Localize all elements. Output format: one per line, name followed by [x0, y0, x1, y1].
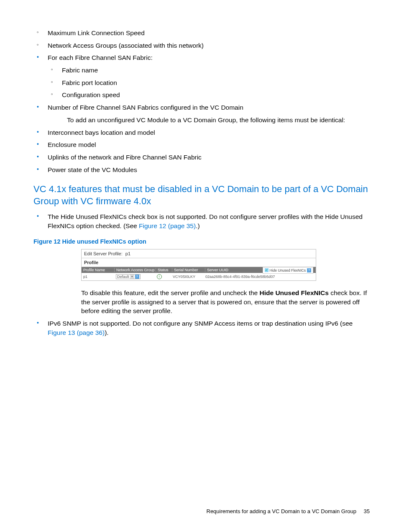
chevron-down-icon[interactable]: ▾	[130, 275, 134, 279]
list-item: Power state of the VC Modules	[33, 165, 370, 175]
figure-13-link[interactable]: Figure 13 (page 36)	[48, 329, 105, 336]
status-ok-icon: i	[157, 274, 162, 279]
list-item: Network Access Groups (associated with t…	[33, 41, 370, 50]
fc-bullet-list: For each Fibre Channel SAN Fabric: Fabri…	[33, 53, 370, 112]
list-item: For each Fibre Channel SAN Fabric: Fabri…	[33, 53, 370, 100]
document-page: Maximum Link Connection Speed Network Ac…	[0, 0, 399, 357]
hide-flexnics-label: Hide Unused FlexNICs	[270, 268, 306, 272]
edit-profile-value: p1	[125, 251, 130, 256]
identical-items-list: Interconnect bays location and model Enc…	[33, 128, 370, 175]
header-serial: Serial Number	[172, 268, 205, 272]
disable-feature-para: To disable this feature, edit the server…	[81, 288, 370, 316]
list-item: IPv6 SNMP is not supported. Do not confi…	[33, 319, 370, 337]
feature2-text-a: IPv6 SNMP is not supported. Do not confi…	[48, 320, 353, 327]
footer-text: Requirements for adding a VC Domain to a…	[207, 508, 356, 514]
cell-profile-name: p1	[82, 275, 114, 279]
nag-value: Default	[117, 275, 129, 279]
header-profile-name: Profile Name	[82, 268, 115, 272]
edit-profile-row: Edit Server Profile: p1	[82, 249, 316, 258]
section-heading: VC 4.1x features that must be disabled i…	[33, 183, 370, 207]
list-item: Configuration speed	[48, 90, 370, 100]
help-icon[interactable]: ?	[135, 275, 139, 279]
page-footer: Requirements for adding a VC Domain to a…	[207, 508, 370, 514]
disable-text-a: To disable this feature, edit the server…	[81, 289, 260, 296]
network-sublist: Maximum Link Connection Speed Network Ac…	[33, 28, 370, 50]
add-unconfigured-para: To add an unconfigured VC Module to a VC…	[67, 116, 370, 125]
list-item: Fabric name	[48, 66, 370, 75]
profile-section-label: Profile	[82, 258, 316, 267]
nag-select[interactable]: Default ▾ ?	[116, 274, 141, 279]
list-item: Maximum Link Connection Speed	[33, 28, 370, 38]
list-item: Interconnect bays location and model	[33, 128, 370, 137]
checkbox-icon[interactable]: ✓	[265, 268, 269, 272]
cell-status: i	[155, 274, 171, 279]
list-item: Uplinks of the network and Fibre Channel…	[33, 153, 370, 162]
features-list: The Hide Unused FlexNICs check box is no…	[33, 212, 370, 230]
help-icon[interactable]: ?	[307, 268, 311, 272]
cell-nag: Default ▾ ?	[114, 274, 155, 279]
fc-item-label: For each Fibre Channel SAN Fabric:	[48, 54, 153, 61]
features-list-2: IPv6 SNMP is not supported. Do not confi…	[33, 319, 370, 337]
list-item: Number of Fibre Channel SAN Fabrics conf…	[33, 103, 370, 112]
fc-sublist: Fabric name Fabric port location Configu…	[48, 66, 370, 100]
cell-serial: VCY0SI0LKY	[171, 275, 204, 279]
page-number: 35	[364, 508, 370, 514]
disable-text-bold: Hide Unused FlexNICs	[260, 289, 329, 296]
feature1-text-b: .)	[196, 222, 200, 229]
list-item: Enclosure model	[33, 140, 370, 149]
hide-flexnics-checkbox-group[interactable]: ✓ Hide Unused FlexNICs ?	[263, 267, 313, 274]
header-status: Status	[156, 268, 172, 272]
table-row: p1 Default ▾ ? i VCY0SI0LKY 02aa268b-85c…	[82, 273, 316, 280]
edit-profile-label: Edit Server Profile:	[84, 251, 123, 256]
feature2-text-b: ).	[105, 329, 108, 336]
figure-12-link[interactable]: Figure 12 (page 35)	[139, 222, 196, 229]
list-item: Fabric port location	[48, 78, 370, 87]
profile-table-wrap: Profile Name Network Access Group Status…	[82, 267, 316, 280]
figure-12: Edit Server Profile: p1 Profile Profile …	[81, 249, 316, 281]
list-item: The Hide Unused FlexNICs check box is no…	[33, 212, 370, 230]
figure-12-caption: Figure 12 Hide unused FlexNICs option	[33, 238, 370, 245]
header-nag: Network Access Group	[115, 268, 156, 272]
feature1-text-a: The Hide Unused FlexNICs check box is no…	[48, 213, 363, 229]
cell-uuid: 02aa268b-85c4-4f91-839a-f6cde58b5d07	[204, 275, 316, 279]
